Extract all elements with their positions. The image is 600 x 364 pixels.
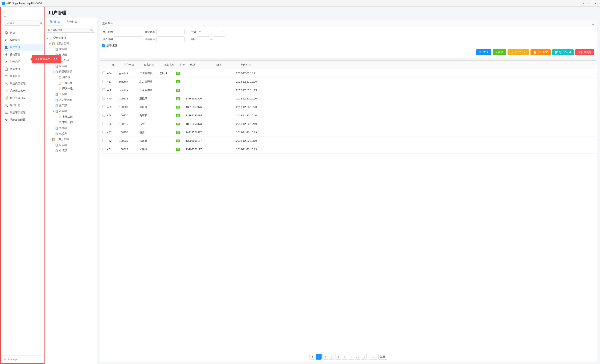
node-label: 市场部 — [59, 149, 95, 152]
row-checkbox[interactable] — [102, 131, 105, 134]
batch-delete-button[interactable]: ✖ 批量删除 — [575, 49, 594, 55]
row-checkbox[interactable] — [102, 72, 105, 74]
tree-node[interactable]: 📋 市场部 — [45, 148, 97, 154]
expired-checkbox[interactable] — [102, 44, 105, 47]
tree-node[interactable]: 📋 生产部 — [45, 103, 97, 108]
row-checkbox[interactable] — [102, 80, 105, 83]
cell-realname: 王艳凤 — [140, 97, 159, 100]
tab-dept[interactable]: 部门列表 — [47, 18, 64, 26]
close-button[interactable]: ✕ — [592, 1, 598, 6]
cell-gender: 男 — [176, 97, 186, 100]
add-button[interactable]: + 新增 — [493, 49, 506, 55]
sidebar-item-systype[interactable]: 🔧 系统类型管理 — [0, 80, 44, 87]
cell-createtime: 2013-12-20 10:19 — [236, 131, 268, 134]
tree-node[interactable]: ▲ 📋 产品研发部 — [45, 69, 97, 74]
col-header-username: 用户名称 — [124, 63, 144, 67]
titlebar: WHC.SugarProject.WpfUI-MVVM − □ ✕ — [0, 0, 600, 7]
page-button-2[interactable]: 2 — [322, 354, 328, 360]
cell-id: 452 — [107, 139, 119, 142]
gender-select[interactable]: 男 ▾ — [197, 29, 225, 35]
tree-node[interactable]: 📋 财务部 — [45, 142, 97, 148]
sidebar-item-permission[interactable]: ⊙ 权限管理 — [0, 36, 44, 44]
collapse-icon[interactable]: ▲ — [592, 22, 594, 25]
tree-node[interactable]: 📋 综合部 — [45, 125, 97, 131]
page-button-4[interactable]: 4 — [335, 354, 341, 360]
age-min-input[interactable] — [197, 36, 209, 42]
node-icon: 📋 — [49, 36, 53, 39]
query-field-realname: 真实姓名 — [145, 29, 185, 35]
org-icon: ⚙ — [4, 53, 8, 56]
drag-icon: ⠿ — [102, 63, 105, 67]
minimize-button[interactable]: − — [581, 1, 586, 6]
page-button-1[interactable]: 1 — [316, 354, 322, 360]
tree-node[interactable]: 📋 市场二部 — [45, 114, 97, 119]
node-label: 财务部 — [59, 143, 95, 147]
row-checkbox-cell — [102, 114, 107, 117]
row-checkbox[interactable] — [102, 148, 105, 150]
table-row: 458 100270 马亨新 男 13764386435 2013-12-20 … — [100, 111, 597, 120]
sidebar-item-home[interactable]: 🏠 首页 — [0, 29, 44, 36]
node-icon: 📋 — [58, 87, 61, 90]
phone-input[interactable] — [156, 36, 185, 42]
search-input[interactable] — [6, 22, 39, 25]
sidebar-item-user[interactable]: 👤 用户管理 — [0, 44, 44, 51]
row-checkbox[interactable] — [102, 114, 105, 117]
page-jump-input[interactable] — [369, 354, 377, 360]
gender-badge: 男 — [176, 106, 180, 109]
prev-page-button[interactable]: ❮ — [309, 354, 315, 360]
tree-node[interactable]: 📋 市场一部 — [45, 119, 97, 125]
tree-node[interactable]: 📋 开发二组 — [45, 80, 97, 86]
query-button[interactable]: 🔍 查询 — [476, 49, 491, 55]
role-icon: ✳ — [4, 60, 8, 64]
sidebar-item-sysconfig[interactable]: ⚙ 系统参数配置 — [0, 116, 44, 123]
sidebar-item-dict[interactable]: 📖 系统字典管理 — [0, 109, 44, 116]
sidebar-item-loginlog[interactable]: 📝 系统登录日志 — [0, 94, 44, 102]
tree-node[interactable]: 📋 总经办 — [45, 131, 97, 136]
nickname-input[interactable] — [114, 36, 142, 42]
tree-node[interactable]: 📋 工程部 — [45, 91, 97, 97]
next-page-button[interactable]: ❯ — [361, 354, 367, 360]
maximize-button[interactable]: □ — [587, 1, 592, 6]
tree-node[interactable]: 📋 财务部 — [45, 63, 97, 69]
tree-node[interactable]: 📋 开发一组 — [45, 86, 97, 91]
page-jump-button[interactable]: 跳转 — [378, 354, 387, 360]
realname-input[interactable] — [156, 29, 185, 35]
tree-node[interactable]: ▲ 📋 市场部 — [45, 108, 97, 114]
page-button-3[interactable]: 3 — [329, 354, 334, 360]
tree-node[interactable]: 📋 测试组 — [45, 74, 97, 80]
row-checkbox[interactable] — [102, 122, 105, 125]
tree-node[interactable]: 📋 财务部 — [45, 46, 97, 52]
export-excel-button[interactable]: 📊 导出Excel — [552, 49, 574, 55]
row-checkbox[interactable] — [102, 105, 105, 108]
age-max-input[interactable] — [213, 36, 225, 42]
sidebar-item-blacklist[interactable]: 📄 系统黑白名单 — [0, 87, 44, 94]
sidebar-item-oplog[interactable]: 🔍 操作日志 — [0, 102, 44, 109]
node-label: 财务部 — [59, 47, 95, 51]
sidebar-item-menu[interactable]: ☰ 菜单管理 — [0, 73, 44, 80]
cell-createtime: 2013-12-31 10:21 — [236, 72, 268, 75]
sidebar-item-func[interactable]: 📋 功能管理 — [0, 65, 44, 73]
tree-node[interactable]: 📋 人力资源部 — [45, 97, 97, 103]
dict-icon: 📖 — [4, 111, 8, 114]
gender-badge: 男 — [176, 139, 180, 142]
import-excel-button[interactable]: 📂 导入Excel — [507, 49, 529, 55]
row-checkbox[interactable] — [102, 97, 105, 100]
page-button-5[interactable]: 5 — [342, 354, 347, 360]
tree-filter-input[interactable] — [48, 29, 90, 32]
username-input[interactable] — [114, 29, 142, 35]
menu-toggle-button[interactable]: ≡ — [2, 14, 43, 19]
cell-id: 464 — [107, 72, 119, 75]
node-label: 愛奇迪集团 — [53, 36, 95, 40]
row-checkbox[interactable] — [102, 88, 105, 91]
node-icon: 📋 — [58, 115, 61, 118]
tree-node[interactable]: ▲ 📋 愛奇迪集团 — [45, 35, 97, 41]
back-button[interactable]: ← — [2, 9, 43, 14]
tabs-bar: 部门列表 角色列表 — [45, 18, 97, 26]
tree-node[interactable]: ▲ 📋 上海分公司 — [45, 136, 97, 142]
export-pdf-button[interactable]: 📄 导出PDF — [531, 49, 551, 55]
page-button-last[interactable]: 31 — [355, 354, 360, 360]
tree-node[interactable]: ▶ 📋 北京分公司 — [45, 41, 97, 46]
settings-button[interactable]: ⚙ Settings — [0, 355, 44, 364]
row-checkbox[interactable] — [102, 139, 105, 142]
tab-role[interactable]: 角色列表 — [64, 18, 80, 26]
